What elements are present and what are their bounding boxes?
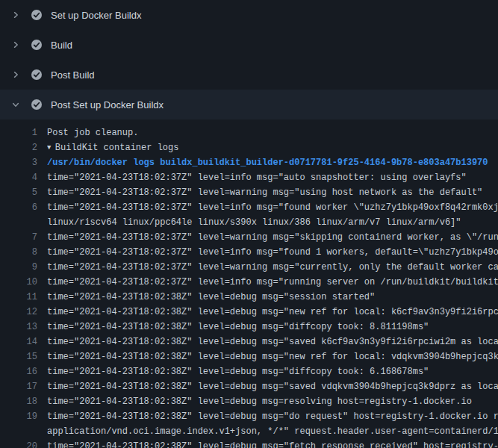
line-number[interactable]: 4 xyxy=(0,170,37,185)
line-text: time="2021-04-23T18:02:37Z" level=warnin… xyxy=(47,230,498,245)
line-number[interactable]: 16 xyxy=(0,364,37,379)
log-line: 11 time="2021-04-23T18:02:38Z" level=deb… xyxy=(0,290,498,305)
step-title: Build xyxy=(51,40,72,51)
line-text: time="2021-04-23T18:02:38Z" level=debug … xyxy=(47,409,498,424)
line-text: time="2021-04-23T18:02:38Z" level=debug … xyxy=(47,305,498,320)
line-text: time="2021-04-23T18:02:38Z" level=debug … xyxy=(47,349,498,364)
line-text: time="2021-04-23T18:02:37Z" level=info m… xyxy=(47,200,498,215)
log-line: 8 time="2021-04-23T18:02:37Z" level=info… xyxy=(0,245,498,260)
log-line: 16 time="2021-04-23T18:02:38Z" level=deb… xyxy=(0,364,498,379)
log-area: 1 Post job cleanup. 2 ▼ BuildKit contain… xyxy=(0,119,498,448)
line-number[interactable]: 11 xyxy=(0,290,37,305)
chevron-icon xyxy=(10,69,21,80)
log-line: 9 time="2021-04-23T18:02:37Z" level=warn… xyxy=(0,260,498,275)
chevron-icon xyxy=(10,10,21,20)
chevron-icon xyxy=(10,40,21,50)
line-text: time="2021-04-23T18:02:38Z" level=debug … xyxy=(47,290,498,305)
line-text: time="2021-04-23T18:02:37Z" level=warnin… xyxy=(47,260,498,275)
group-toggle-icon[interactable]: ▼ xyxy=(47,144,55,152)
check-circle-icon xyxy=(31,69,43,81)
log-line: linux/riscv64 linux/ppc64le linux/s390x … xyxy=(0,215,498,230)
line-number[interactable]: 12 xyxy=(0,305,37,320)
step-sections-list: Set up Docker Buildx Build P xyxy=(0,0,498,119)
step-section-set-up-docker-buildx[interactable]: Set up Docker Buildx xyxy=(0,0,498,30)
log-line: 4 time="2021-04-23T18:02:37Z" level=info… xyxy=(0,170,498,185)
check-circle-icon xyxy=(31,39,43,51)
step-section-build[interactable]: Build xyxy=(0,30,498,60)
log-line: 12 time="2021-04-23T18:02:38Z" level=deb… xyxy=(0,305,498,320)
line-number[interactable]: 8 xyxy=(0,245,37,260)
line-number[interactable]: 19 xyxy=(0,409,37,424)
log-line: 17 time="2021-04-23T18:02:38Z" level=deb… xyxy=(0,379,498,394)
line-number[interactable] xyxy=(0,215,37,230)
line-number[interactable]: 2 xyxy=(0,140,37,155)
line-text: time="2021-04-23T18:02:38Z" level=debug … xyxy=(47,439,498,448)
log-line: 18 time="2021-04-23T18:02:38Z" level=deb… xyxy=(0,394,498,409)
step-section-post-set-up-docker-buildx[interactable]: Post Set up Docker Buildx xyxy=(0,90,498,119)
line-number[interactable]: 6 xyxy=(0,200,37,215)
line-text: linux/riscv64 linux/ppc64le linux/s390x … xyxy=(47,215,498,230)
log-line: 10 time="2021-04-23T18:02:37Z" level=inf… xyxy=(0,275,498,290)
line-text: /usr/bin/docker logs buildx_buildkit_bui… xyxy=(47,155,498,170)
log-line: 6 time="2021-04-23T18:02:37Z" level=info… xyxy=(0,200,498,215)
log-line: 20 time="2021-04-23T18:02:38Z" level=deb… xyxy=(0,439,498,448)
log-line: application/vnd.oci.image.index.v1+json,… xyxy=(0,424,498,439)
chevron-icon xyxy=(10,99,21,110)
step-section-post-build[interactable]: Post Build xyxy=(0,60,498,90)
line-text: time="2021-04-23T18:02:38Z" level=debug … xyxy=(47,379,498,394)
line-text: time="2021-04-23T18:02:37Z" level=info m… xyxy=(47,275,498,290)
line-text: application/vnd.oci.image.index.v1+json,… xyxy=(47,424,498,439)
line-number[interactable]: 20 xyxy=(0,439,37,448)
line-number[interactable] xyxy=(0,424,37,439)
step-title: Set up Docker Buildx xyxy=(51,10,141,21)
group-title: BuildKit container logs xyxy=(55,143,179,153)
line-number[interactable]: 10 xyxy=(0,275,37,290)
step-title: Post Build xyxy=(51,69,95,81)
log-line: 13 time="2021-04-23T18:02:38Z" level=deb… xyxy=(0,320,498,335)
line-number[interactable]: 14 xyxy=(0,335,37,349)
line-number[interactable]: 15 xyxy=(0,349,37,364)
line-number[interactable]: 1 xyxy=(0,125,37,140)
line-number[interactable]: 9 xyxy=(0,260,37,275)
log-line: 19 time="2021-04-23T18:02:38Z" level=deb… xyxy=(0,409,498,424)
check-circle-icon xyxy=(31,9,43,21)
line-text: time="2021-04-23T18:02:37Z" level=info m… xyxy=(47,245,498,260)
check-circle-icon xyxy=(31,99,43,111)
line-number[interactable]: 3 xyxy=(0,155,37,170)
line-text: time="2021-04-23T18:02:38Z" level=debug … xyxy=(47,335,498,349)
workflow-log-viewer: Set up Docker Buildx Build P xyxy=(0,0,498,448)
line-number[interactable]: 13 xyxy=(0,320,37,335)
log-line: 15 time="2021-04-23T18:02:38Z" level=deb… xyxy=(0,349,498,364)
line-text[interactable]: ▼ BuildKit container logs xyxy=(47,140,498,155)
line-text: time="2021-04-23T18:02:37Z" level=info m… xyxy=(47,170,498,185)
step-title: Post Set up Docker Buildx xyxy=(51,99,164,111)
log-line: 3 /usr/bin/docker logs buildx_buildkit_b… xyxy=(0,155,498,170)
line-number[interactable]: 17 xyxy=(0,379,37,394)
line-text: time="2021-04-23T18:02:37Z" level=warnin… xyxy=(47,185,498,200)
log-line: 14 time="2021-04-23T18:02:38Z" level=deb… xyxy=(0,335,498,349)
line-number[interactable]: 18 xyxy=(0,394,37,409)
line-text: time="2021-04-23T18:02:38Z" level=debug … xyxy=(47,364,498,379)
log-line: 5 time="2021-04-23T18:02:37Z" level=warn… xyxy=(0,185,498,200)
log-line: 2 ▼ BuildKit container logs xyxy=(0,140,498,155)
line-number[interactable]: 5 xyxy=(0,185,37,200)
line-text: time="2021-04-23T18:02:38Z" level=debug … xyxy=(47,394,498,409)
line-text: time="2021-04-23T18:02:38Z" level=debug … xyxy=(47,320,498,335)
log-line: 7 time="2021-04-23T18:02:37Z" level=warn… xyxy=(0,230,498,245)
line-number[interactable]: 7 xyxy=(0,230,37,245)
log-line: 1 Post job cleanup. xyxy=(0,125,498,140)
line-text: Post job cleanup. xyxy=(47,125,498,140)
